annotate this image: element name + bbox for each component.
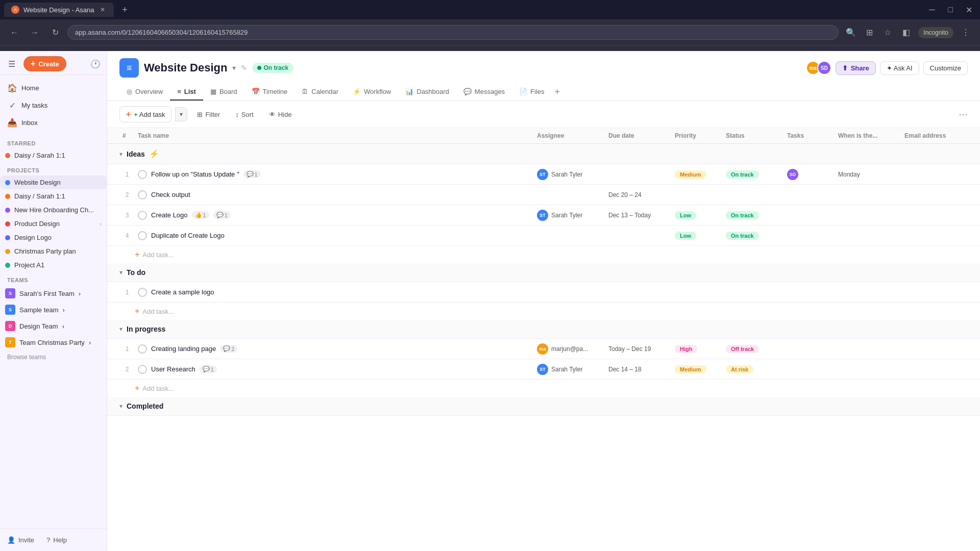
project-title-row: ≡ Website Design ▾ ✎ On track ma SD ⬆ [119, 58, 968, 78]
home-icon: 🏠 [7, 83, 17, 93]
sidebar-toggle[interactable]: ◧ [898, 24, 914, 41]
tasks-cell: SD [784, 167, 835, 182]
sidebar-item-home[interactable]: 🏠 Home [2, 79, 105, 96]
priority-badge: Medium [675, 365, 706, 373]
sidebar-item-daisy-sarah-p[interactable]: Daisy / Sarah 1:1 [0, 189, 107, 203]
section-toggle-todo[interactable]: ▾ [119, 269, 122, 276]
tab-calendar[interactable]: 🗓 Calendar [295, 84, 346, 101]
forward-button[interactable]: → [27, 24, 43, 41]
address-bar[interactable]: app.asana.com/0/1206160406650304/1206160… [67, 25, 839, 40]
tab-list[interactable]: ≡ List [170, 84, 203, 101]
help-button[interactable]: ? Help [41, 533, 72, 547]
tab-timeline[interactable]: 📅 Timeline [244, 84, 295, 101]
task-num: 3 [119, 212, 135, 219]
minimize-button[interactable]: ─ [925, 3, 939, 17]
comment-icon: 💬 [247, 171, 254, 178]
add-tab-button[interactable]: + [552, 84, 564, 101]
sidebar-item-product-design[interactable]: Product Design › [0, 217, 107, 231]
close-button[interactable]: ✕ [962, 3, 976, 17]
sidebar-item-christmas-party[interactable]: Christmas Party plan [0, 244, 107, 258]
section-toggle-ideas[interactable]: ▾ [119, 151, 122, 158]
sidebar-item-website-design[interactable]: Website Design [0, 176, 107, 189]
task-checkbox[interactable] [138, 170, 147, 179]
tab-board[interactable]: ▦ Board [203, 84, 244, 101]
task-checkbox[interactable] [138, 231, 147, 240]
browser-menu-icon[interactable]: ⋮ [958, 24, 974, 41]
sidebar-item-new-hire[interactable]: New Hire Onboarding Ch... [0, 203, 107, 217]
sidebar-item-project-a1[interactable]: Project A1 [0, 258, 107, 272]
incognito-badge[interactable]: Incognito [918, 27, 953, 38]
edit-icon[interactable]: ✎ [241, 64, 247, 72]
status-cell [723, 290, 784, 294]
hide-label: Hide [278, 111, 292, 118]
task-name[interactable]: Create a sample logo [151, 288, 214, 296]
tab-overview[interactable]: ◎ Overview [119, 84, 170, 101]
invite-button[interactable]: 👤 Invite [2, 533, 39, 547]
sidebar-item-design-team[interactable]: D Design Team › [0, 318, 107, 334]
task-name[interactable]: Duplicate of Create Logo [151, 232, 225, 239]
section-header-completed[interactable]: ▾ Completed [107, 397, 980, 416]
task-checkbox[interactable] [138, 211, 147, 220]
tab-messages[interactable]: 💬 Messages [456, 84, 512, 101]
due-date-cell [605, 172, 672, 177]
sidebar-item-inbox[interactable]: 📥 Inbox [2, 114, 105, 131]
hamburger-menu[interactable]: ☰ [4, 56, 19, 71]
sidebar-item-design-logo[interactable]: Design Logo [0, 231, 107, 244]
tab-close-button[interactable]: ✕ [99, 6, 107, 14]
section-header-todo[interactable]: ▾ To do [107, 263, 980, 282]
task-name[interactable]: Follow up on "Status Update " [151, 170, 239, 178]
task-checkbox[interactable] [138, 190, 147, 199]
tab-files[interactable]: 📄 Files [512, 84, 551, 101]
tab-dashboard[interactable]: 📊 Dashboard [398, 84, 456, 101]
add-task-inline-in-progress[interactable]: + Add task... [107, 380, 980, 397]
task-name[interactable]: Check output [151, 191, 190, 198]
section-header-in-progress[interactable]: ▾ In progress [107, 320, 980, 339]
task-num: 2 [119, 191, 135, 198]
create-button[interactable]: + Create [23, 56, 66, 71]
task-checkbox[interactable] [138, 365, 147, 374]
filter-button[interactable]: ⊞ Filter [191, 107, 226, 122]
assignee-name: Sarah Tyler [551, 366, 582, 373]
add-task-button[interactable]: + + Add task [119, 106, 172, 122]
sidebar-item-sample-team[interactable]: S Sample team › [0, 302, 107, 318]
task-name[interactable]: User Research [151, 365, 195, 373]
hide-button[interactable]: 👁 Hide [263, 107, 298, 122]
share-button[interactable]: ⬆ Share [836, 61, 876, 75]
add-task-inline-label: Add task... [142, 308, 174, 315]
project-dropdown-arrow[interactable]: ▾ [232, 64, 236, 72]
sidebar-item-daisy-sarah[interactable]: Daisy / Sarah 1:1 [0, 148, 107, 162]
tasks-cell [784, 234, 835, 238]
sort-button[interactable]: ↕ Sort [230, 107, 259, 122]
task-name[interactable]: Create Logo [151, 211, 188, 219]
reload-button[interactable]: ↻ [47, 24, 63, 41]
maximize-button[interactable]: □ [943, 3, 958, 17]
add-task-inline-todo[interactable]: + Add task... [107, 303, 980, 320]
add-task-inline-ideas[interactable]: + Add task... [107, 246, 980, 263]
task-checkbox[interactable] [138, 344, 147, 354]
sidebar-item-my-tasks[interactable]: ✓ My tasks [2, 96, 105, 114]
cast-icon[interactable]: ⊞ [861, 24, 877, 41]
help-label: Help [53, 536, 67, 544]
new-tab-button[interactable]: + [118, 3, 132, 17]
back-button[interactable]: ← [6, 24, 22, 41]
more-options-icon[interactable]: ⋯ [959, 109, 968, 120]
browser-tab[interactable]: A Website Design - Asana ✕ [4, 3, 114, 17]
sidebar: ☰ + Create 🕐 🏠 Home ✓ My tasks 📥 Inbox S… [0, 51, 107, 551]
customize-button[interactable]: Customize [923, 61, 968, 75]
task-checkbox[interactable] [138, 288, 147, 297]
on-track-badge[interactable]: On track [252, 63, 293, 73]
search-icon[interactable]: 🔍 [843, 24, 859, 41]
star-icon[interactable]: ☆ [879, 24, 896, 41]
tab-workflow[interactable]: ⚡ Workflow [346, 84, 398, 101]
task-name[interactable]: Creating landing page [151, 345, 216, 353]
sidebar-item-team-christmas[interactable]: T Team Christmas Party › [0, 334, 107, 350]
browse-teams-link[interactable]: Browse teams [0, 350, 107, 364]
section-header-ideas[interactable]: ▾ Ideas ⚡ [107, 144, 980, 164]
sidebar-item-sarahs-first-team[interactable]: S Sarah's First Team › [0, 285, 107, 302]
section-toggle-completed[interactable]: ▾ [119, 403, 122, 410]
priority-cell: High [672, 343, 723, 355]
ask-ai-button[interactable]: ✦ Ask AI [880, 61, 919, 75]
section-toggle-in-progress[interactable]: ▾ [119, 325, 122, 333]
add-task-dropdown[interactable]: ▾ [175, 107, 187, 121]
time-icon[interactable]: 🕐 [88, 57, 103, 71]
